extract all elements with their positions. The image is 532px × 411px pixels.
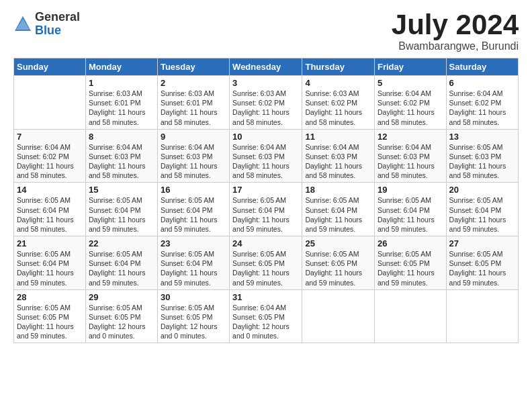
day-cell-31: 31Sunrise: 6:04 AMSunset: 6:05 PMDayligh… — [230, 289, 302, 343]
day-number: 23 — [161, 238, 226, 248]
logo: General Blue — [13, 11, 80, 38]
day-cell-7: 7Sunrise: 6:04 AMSunset: 6:02 PMDaylight… — [14, 129, 86, 183]
day-cell-22: 22Sunrise: 6:05 AMSunset: 6:04 PMDayligh… — [85, 236, 157, 290]
title-block: July 2024 Bwambarangwe, Burundi — [392, 11, 519, 52]
day-number: 3 — [232, 78, 299, 88]
logo-icon — [13, 15, 32, 34]
day-number: 2 — [161, 78, 226, 88]
day-detail: Sunrise: 6:03 AMSunset: 6:01 PMDaylight:… — [161, 89, 226, 127]
day-cell-13: 13Sunrise: 6:05 AMSunset: 6:03 PMDayligh… — [446, 129, 518, 183]
week-row-2: 7Sunrise: 6:04 AMSunset: 6:02 PMDaylight… — [14, 129, 519, 183]
header-wednesday: Wednesday — [230, 58, 302, 76]
day-cell-21: 21Sunrise: 6:05 AMSunset: 6:04 PMDayligh… — [14, 236, 86, 290]
day-detail: Sunrise: 6:04 AMSunset: 6:03 PMDaylight:… — [161, 142, 226, 181]
day-number: 8 — [89, 132, 154, 142]
day-detail: Sunrise: 6:04 AMSunset: 6:02 PMDaylight:… — [449, 89, 515, 127]
header-monday: Monday — [85, 58, 157, 76]
day-number: 4 — [305, 78, 371, 88]
day-detail: Sunrise: 6:05 AMSunset: 6:04 PMDaylight:… — [305, 195, 371, 234]
day-cell-26: 26Sunrise: 6:05 AMSunset: 6:05 PMDayligh… — [375, 236, 447, 290]
day-detail: Sunrise: 6:04 AMSunset: 6:05 PMDaylight:… — [232, 303, 299, 341]
day-detail: Sunrise: 6:05 AMSunset: 6:04 PMDaylight:… — [89, 249, 154, 287]
day-number: 14 — [17, 185, 83, 195]
week-row-5: 28Sunrise: 6:05 AMSunset: 6:05 PMDayligh… — [14, 289, 519, 343]
day-cell-1: 1Sunrise: 6:03 AMSunset: 6:01 PMDaylight… — [85, 76, 157, 130]
day-cell-24: 24Sunrise: 6:05 AMSunset: 6:05 PMDayligh… — [230, 236, 302, 290]
day-cell-10: 10Sunrise: 6:04 AMSunset: 6:03 PMDayligh… — [230, 129, 302, 183]
title-location: Bwambarangwe, Burundi — [392, 40, 519, 52]
day-cell-3: 3Sunrise: 6:03 AMSunset: 6:02 PMDaylight… — [230, 76, 302, 130]
calendar-header-row: Sunday Monday Tuesday Wednesday Thursday… — [14, 58, 519, 76]
day-cell-18: 18Sunrise: 6:05 AMSunset: 6:04 PMDayligh… — [302, 183, 375, 236]
day-detail: Sunrise: 6:05 AMSunset: 6:04 PMDaylight:… — [232, 195, 299, 234]
day-number: 5 — [378, 78, 443, 88]
svg-marker-1 — [16, 19, 30, 30]
day-number: 1 — [89, 78, 154, 88]
day-number: 6 — [449, 78, 515, 88]
day-detail: Sunrise: 6:04 AMSunset: 6:03 PMDaylight:… — [232, 142, 299, 181]
day-detail: Sunrise: 6:05 AMSunset: 6:04 PMDaylight:… — [449, 195, 515, 234]
day-cell-20: 20Sunrise: 6:05 AMSunset: 6:04 PMDayligh… — [446, 183, 518, 236]
day-cell-11: 11Sunrise: 6:04 AMSunset: 6:03 PMDayligh… — [302, 129, 375, 183]
day-cell-23: 23Sunrise: 6:05 AMSunset: 6:04 PMDayligh… — [157, 236, 229, 290]
day-number: 30 — [161, 292, 226, 302]
day-cell-15: 15Sunrise: 6:05 AMSunset: 6:04 PMDayligh… — [85, 183, 157, 236]
day-detail: Sunrise: 6:03 AMSunset: 6:01 PMDaylight:… — [89, 89, 154, 127]
day-number: 24 — [232, 238, 299, 248]
day-detail: Sunrise: 6:04 AMSunset: 6:03 PMDaylight:… — [89, 142, 154, 181]
day-cell-32 — [302, 289, 375, 343]
week-row-3: 14Sunrise: 6:05 AMSunset: 6:04 PMDayligh… — [14, 183, 519, 236]
header: General Blue July 2024 Bwambarangwe, Bur… — [13, 11, 519, 52]
header-sunday: Sunday — [14, 58, 86, 76]
day-cell-19: 19Sunrise: 6:05 AMSunset: 6:04 PMDayligh… — [375, 183, 447, 236]
logo-general: General — [35, 11, 80, 24]
day-number: 18 — [305, 185, 371, 195]
day-cell-12: 12Sunrise: 6:04 AMSunset: 6:03 PMDayligh… — [375, 129, 447, 183]
day-number: 16 — [161, 185, 226, 195]
day-cell-29: 29Sunrise: 6:05 AMSunset: 6:05 PMDayligh… — [85, 289, 157, 343]
day-number: 7 — [17, 132, 83, 142]
day-detail: Sunrise: 6:05 AMSunset: 6:05 PMDaylight:… — [89, 303, 154, 341]
day-cell-25: 25Sunrise: 6:05 AMSunset: 6:05 PMDayligh… — [302, 236, 375, 290]
day-number: 27 — [449, 238, 515, 248]
day-cell-8: 8Sunrise: 6:04 AMSunset: 6:03 PMDaylight… — [85, 129, 157, 183]
day-cell-14: 14Sunrise: 6:05 AMSunset: 6:04 PMDayligh… — [14, 183, 86, 236]
day-detail: Sunrise: 6:05 AMSunset: 6:05 PMDaylight:… — [232, 249, 299, 287]
day-cell-6: 6Sunrise: 6:04 AMSunset: 6:02 PMDaylight… — [446, 76, 518, 130]
day-number: 10 — [232, 132, 299, 142]
logo-blue: Blue — [35, 24, 80, 38]
day-detail: Sunrise: 6:05 AMSunset: 6:04 PMDaylight:… — [161, 249, 226, 287]
title-month: July 2024 — [392, 11, 519, 39]
day-cell-16: 16Sunrise: 6:05 AMSunset: 6:04 PMDayligh… — [157, 183, 229, 236]
day-detail: Sunrise: 6:05 AMSunset: 6:04 PMDaylight:… — [161, 195, 226, 234]
day-number: 15 — [89, 185, 154, 195]
day-cell-4: 4Sunrise: 6:03 AMSunset: 6:02 PMDaylight… — [302, 76, 375, 130]
header-thursday: Thursday — [302, 58, 375, 76]
day-number: 12 — [378, 132, 443, 142]
day-cell-9: 9Sunrise: 6:04 AMSunset: 6:03 PMDaylight… — [157, 129, 229, 183]
day-number: 25 — [305, 238, 371, 248]
day-detail: Sunrise: 6:04 AMSunset: 6:03 PMDaylight:… — [305, 142, 371, 181]
day-detail: Sunrise: 6:03 AMSunset: 6:02 PMDaylight:… — [232, 89, 299, 127]
day-number: 29 — [89, 292, 154, 302]
day-detail: Sunrise: 6:05 AMSunset: 6:04 PMDaylight:… — [89, 195, 154, 234]
day-detail: Sunrise: 6:04 AMSunset: 6:02 PMDaylight:… — [378, 89, 443, 127]
header-tuesday: Tuesday — [157, 58, 229, 76]
day-number: 17 — [232, 185, 299, 195]
day-cell-2: 2Sunrise: 6:03 AMSunset: 6:01 PMDaylight… — [157, 76, 229, 130]
day-number: 28 — [17, 292, 83, 302]
day-detail: Sunrise: 6:03 AMSunset: 6:02 PMDaylight:… — [305, 89, 371, 127]
day-cell-28: 28Sunrise: 6:05 AMSunset: 6:05 PMDayligh… — [14, 289, 86, 343]
day-detail: Sunrise: 6:05 AMSunset: 6:05 PMDaylight:… — [17, 303, 83, 341]
day-detail: Sunrise: 6:05 AMSunset: 6:05 PMDaylight:… — [449, 249, 515, 287]
week-row-4: 21Sunrise: 6:05 AMSunset: 6:04 PMDayligh… — [14, 236, 519, 290]
day-number: 13 — [449, 132, 515, 142]
day-number: 31 — [232, 292, 299, 302]
day-cell-0 — [14, 76, 86, 130]
header-saturday: Saturday — [446, 58, 518, 76]
day-number: 11 — [305, 132, 371, 142]
header-friday: Friday — [375, 58, 447, 76]
day-detail: Sunrise: 6:05 AMSunset: 6:05 PMDaylight:… — [305, 249, 371, 287]
day-number: 21 — [17, 238, 83, 248]
day-number: 19 — [378, 185, 443, 195]
